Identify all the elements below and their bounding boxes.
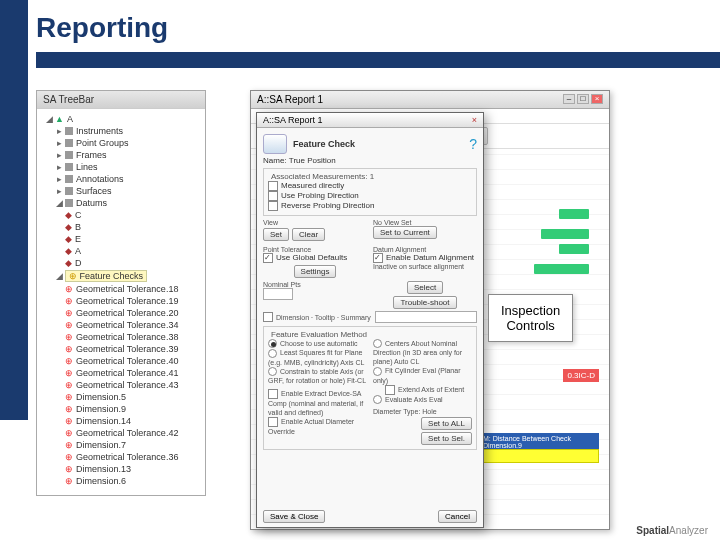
help-icon[interactable]: ? xyxy=(469,136,477,152)
status-warning-bar xyxy=(479,449,599,463)
tree-check-item[interactable]: ⊕Geometrical Tolerance.20 xyxy=(41,307,201,319)
tree-group[interactable]: ▸Frames xyxy=(41,149,201,161)
checkbox[interactable] xyxy=(263,312,273,322)
radio[interactable] xyxy=(268,349,277,358)
tree-check-item[interactable]: ⊕Geometrical Tolerance.36 xyxy=(41,451,201,463)
tree-check-item[interactable]: ⊕Geometrical Tolerance.18 xyxy=(41,283,201,295)
report-title: A::SA Report 1 xyxy=(257,94,323,105)
diameter-type-value: Hole xyxy=(422,408,436,415)
slide-accent-bar xyxy=(0,0,28,420)
checkbox[interactable] xyxy=(268,191,278,201)
tree-check-item[interactable]: ⊕Geometrical Tolerance.34 xyxy=(41,319,201,331)
settings-button[interactable]: Settings xyxy=(294,265,337,278)
status-pass-bar xyxy=(559,209,589,219)
status-pass-bar xyxy=(559,244,589,254)
tree-check-item[interactable]: ⊕Geometrical Tolerance.40 xyxy=(41,355,201,367)
tree-group[interactable]: ▸Annotations xyxy=(41,173,201,185)
tree-check-item[interactable]: ⊕Dimension.13 xyxy=(41,463,201,475)
tree-check-item[interactable]: ⊕Dimension.14 xyxy=(41,415,201,427)
summary-field[interactable] xyxy=(375,311,477,323)
window-controls: – □ × xyxy=(563,94,603,105)
tree-datum-item[interactable]: ◆B xyxy=(41,221,201,233)
tree-check-item[interactable]: ⊕Dimension.5 xyxy=(41,391,201,403)
tree-group[interactable]: ▸Surfaces xyxy=(41,185,201,197)
radio[interactable] xyxy=(373,395,382,404)
checkbox[interactable] xyxy=(268,201,278,211)
tree-datums[interactable]: ◢Datums xyxy=(41,197,201,209)
feature-check-dialog: A::SA Report 1 × Feature Check ? Name: T… xyxy=(256,112,484,528)
close-button[interactable]: × xyxy=(591,94,603,104)
tree-check-item[interactable]: ⊕Dimension.7 xyxy=(41,439,201,451)
checkbox[interactable] xyxy=(268,417,278,427)
select-button[interactable]: Select xyxy=(407,281,443,294)
save-close-button[interactable]: Save & Close xyxy=(263,510,325,523)
set-button[interactable]: Set xyxy=(263,228,289,241)
tree-datum-item[interactable]: ◆D xyxy=(41,257,201,269)
status-pass-bar xyxy=(541,229,589,239)
tree-check-item[interactable]: ⊕Dimension.9 xyxy=(41,403,201,415)
status-pass-bar xyxy=(534,264,589,274)
status-fail-badge: 0.3IC-D xyxy=(563,369,599,382)
slide-title: Reporting xyxy=(0,0,720,48)
nominal-field[interactable] xyxy=(263,288,293,300)
radio[interactable] xyxy=(268,367,277,376)
callout-box: Inspection Controls xyxy=(488,294,573,342)
name-value: True Position xyxy=(289,156,336,165)
tree-check-item[interactable]: ⊕Geometrical Tolerance.39 xyxy=(41,343,201,355)
checkbox[interactable] xyxy=(268,181,278,191)
tree-datum-item[interactable]: ◆A xyxy=(41,245,201,257)
tree-root[interactable]: ◢▲A xyxy=(41,113,201,125)
radio[interactable] xyxy=(373,367,382,376)
set-current-button[interactable]: Set to Current xyxy=(373,226,437,239)
tree-group[interactable]: ▸Lines xyxy=(41,161,201,173)
radio[interactable] xyxy=(373,339,382,348)
tree-check-item[interactable]: ⊕Geometrical Tolerance.41 xyxy=(41,367,201,379)
tree-check-item[interactable]: ⊕Dimension.6 xyxy=(41,475,201,487)
tree-datum-item[interactable]: ◆C xyxy=(41,209,201,221)
report-titlebar[interactable]: A::SA Report 1 – □ × xyxy=(251,91,609,109)
tree-check-item[interactable]: ⊕Geometrical Tolerance.42 xyxy=(41,427,201,439)
eval-fieldset: Feature Evaluation Method Choose to use … xyxy=(263,326,477,450)
tree-check-item[interactable]: ⊕Geometrical Tolerance.19 xyxy=(41,295,201,307)
tree-datum-item[interactable]: ◆E xyxy=(41,233,201,245)
tree-body: ◢▲A ▸Instruments ▸Point Groups ▸Frames ▸… xyxy=(37,109,205,495)
cancel-button[interactable]: Cancel xyxy=(438,510,477,523)
tree-header: SA TreeBar xyxy=(37,91,205,109)
checkbox[interactable] xyxy=(385,385,395,395)
close-icon[interactable]: × xyxy=(472,115,477,125)
checkbox[interactable] xyxy=(373,253,383,263)
clear-button[interactable]: Clear xyxy=(292,228,325,241)
tree-check-item[interactable]: ⊕Geometrical Tolerance.43 xyxy=(41,379,201,391)
footer-logo: SpatialAnalyzer xyxy=(636,525,708,536)
checkbox[interactable] xyxy=(268,389,278,399)
set-sel-button[interactable]: Set to Sel. xyxy=(421,432,472,445)
checkbox[interactable] xyxy=(263,253,273,263)
assoc-fieldset: Associated Measurements: 1 Measured dire… xyxy=(263,168,477,216)
set-all-button[interactable]: Set to ALL xyxy=(421,417,472,430)
tree-root-label: A xyxy=(67,114,73,124)
dialog-titlebar[interactable]: A::SA Report 1 × xyxy=(257,113,483,128)
tree-panel: SA TreeBar ◢▲A ▸Instruments ▸Point Group… xyxy=(36,90,206,496)
tree-check-item[interactable]: ⊕Geometrical Tolerance.38 xyxy=(41,331,201,343)
tree-group[interactable]: ▸Instruments xyxy=(41,125,201,137)
report-icon xyxy=(263,134,287,154)
tree-feature-checks[interactable]: ◢⊕ Feature Checks xyxy=(41,269,201,283)
radio[interactable] xyxy=(268,339,277,348)
dialog-section: Feature Check xyxy=(293,139,355,149)
minimize-button[interactable]: – xyxy=(563,94,575,104)
maximize-button[interactable]: □ xyxy=(577,94,589,104)
slide-title-underline xyxy=(36,52,720,68)
troubleshoot-button[interactable]: Trouble-shoot xyxy=(393,296,456,309)
tree-group[interactable]: ▸Point Groups xyxy=(41,137,201,149)
